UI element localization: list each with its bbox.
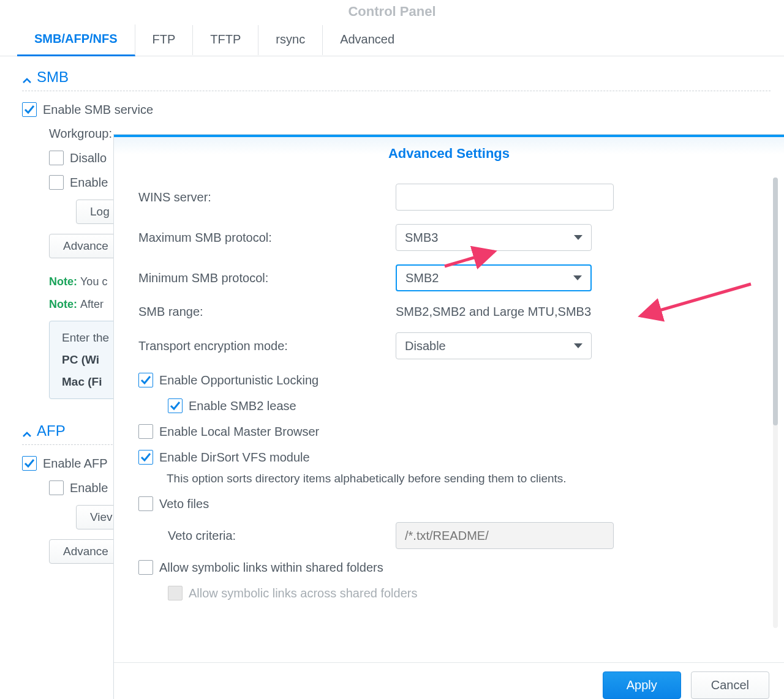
note1-text: You c	[80, 275, 107, 288]
dirsort-row: Enable DirSort VFS module	[138, 450, 760, 465]
cancel-button[interactable]: Cancel	[691, 671, 769, 699]
svg-line-0	[445, 252, 494, 266]
localmaster-checkbox[interactable]	[138, 424, 153, 439]
modal-footer: Apply Cancel	[114, 662, 784, 699]
wins-row: WINS server:	[138, 184, 760, 211]
symlink2-row: Allow symbolic links across shared folde…	[168, 586, 760, 600]
smb2lease-label: Enable SMB2 lease	[189, 399, 296, 413]
veto-label: Veto files	[159, 497, 209, 511]
oplock-row: Enable Opportunistic Locking	[138, 373, 760, 387]
wins-label: WINS server:	[138, 190, 396, 204]
localmaster-label: Enable Local Master Browser	[159, 425, 319, 439]
veto-criteria-row: Veto criteria:	[168, 522, 760, 549]
localmaster-row: Enable Local Master Browser	[138, 424, 760, 439]
svg-line-1	[641, 284, 751, 316]
enable-smb-label: Enable SMB service	[43, 103, 153, 117]
dirsort-label: Enable DirSort VFS module	[159, 450, 310, 465]
advanced-settings-button[interactable]: Advance	[49, 234, 123, 258]
chevron-up-icon	[22, 72, 32, 82]
note1-prefix: Note:	[49, 275, 77, 288]
transport-label: Transport encryption mode:	[138, 339, 396, 353]
afp-advanced-button[interactable]: Advance	[49, 539, 123, 564]
apply-button[interactable]: Apply	[603, 671, 681, 699]
window-title: Control Panel	[0, 0, 784, 24]
chevron-up-icon	[22, 426, 32, 436]
smb2lease-row: Enable SMB2 lease	[168, 398, 760, 413]
afp-enable-sub-checkbox[interactable]	[49, 480, 64, 495]
workgroup-label: Workgroup:	[49, 127, 112, 141]
dirsort-hint: This option sorts directory items alphab…	[167, 472, 760, 485]
transport-select[interactable]: Disable	[396, 332, 592, 359]
symlink1-checkbox[interactable]	[138, 560, 153, 575]
modal-title: Advanced Settings	[114, 137, 784, 165]
smb-range-label: SMB range:	[138, 305, 396, 319]
smb-section-title: SMB	[37, 69, 69, 86]
tab-advanced[interactable]: Advanced	[323, 25, 412, 55]
smb-section-header[interactable]: SMB	[22, 61, 771, 91]
oplock-checkbox[interactable]	[138, 373, 153, 387]
min-proto-label: Minimum SMB protocol:	[138, 271, 396, 285]
smb-range-value: SMB2,SMB2 and Large MTU,SMB3	[396, 305, 591, 319]
annotation-arrow-icon	[442, 243, 503, 274]
chevron-down-icon	[574, 343, 582, 348]
chevron-down-icon	[574, 235, 582, 240]
disallow-checkbox[interactable]	[49, 151, 64, 165]
symlink1-label: Allow symbolic links within shared folde…	[159, 561, 383, 575]
enable-prev-checkbox[interactable]	[49, 175, 64, 190]
enable-prev-label: Enable	[70, 176, 108, 190]
transport-value: Disable	[405, 339, 446, 353]
tab-ftp[interactable]: FTP	[135, 25, 194, 55]
enable-smb-checkbox[interactable]	[22, 102, 37, 117]
tab-tftp[interactable]: TFTP	[193, 25, 258, 55]
veto-checkbox[interactable]	[138, 496, 153, 511]
transport-row: Transport encryption mode: Disable	[138, 332, 760, 359]
afp-enable-sub-label: Enable	[70, 481, 108, 495]
veto-row: Veto files	[138, 496, 760, 511]
enable-afp-checkbox[interactable]	[22, 456, 37, 471]
chevron-down-icon	[573, 275, 582, 280]
symlink2-checkbox	[168, 586, 183, 600]
max-proto-label: Maximum SMB protocol:	[138, 231, 396, 245]
note2-prefix: Note:	[49, 298, 77, 311]
tabbar: SMB/AFP/NFS FTP TFTP rsync Advanced	[0, 24, 784, 56]
annotation-arrow-icon	[622, 278, 757, 333]
min-proto-value: SMB2	[405, 271, 439, 285]
enable-smb-row: Enable SMB service	[22, 102, 771, 117]
disallow-label: Disallo	[70, 151, 107, 165]
advanced-settings-modal: Advanced Settings WINS server: Maximum S…	[114, 135, 784, 699]
enable-afp-label: Enable AFP	[43, 457, 108, 471]
symlink1-row: Allow symbolic links within shared folde…	[138, 560, 760, 575]
tab-smb-afp-nfs[interactable]: SMB/AFP/NFS	[17, 24, 135, 56]
veto-criteria-input	[396, 522, 614, 549]
smb2lease-checkbox[interactable]	[168, 398, 183, 413]
dirsort-checkbox[interactable]	[138, 450, 153, 465]
note2-text: After	[80, 298, 104, 311]
modal-body: WINS server: Maximum SMB protocol: SMB3 …	[114, 165, 784, 662]
afp-section-title: AFP	[37, 422, 66, 439]
oplock-label: Enable Opportunistic Locking	[159, 373, 318, 387]
symlink2-label: Allow symbolic links across shared folde…	[189, 586, 417, 600]
max-proto-value: SMB3	[405, 231, 438, 245]
modal-scrollbar[interactable]	[773, 178, 778, 628]
veto-criteria-label: Veto criteria:	[168, 529, 396, 543]
tab-rsync[interactable]: rsync	[258, 25, 323, 55]
wins-input[interactable]	[396, 184, 614, 211]
